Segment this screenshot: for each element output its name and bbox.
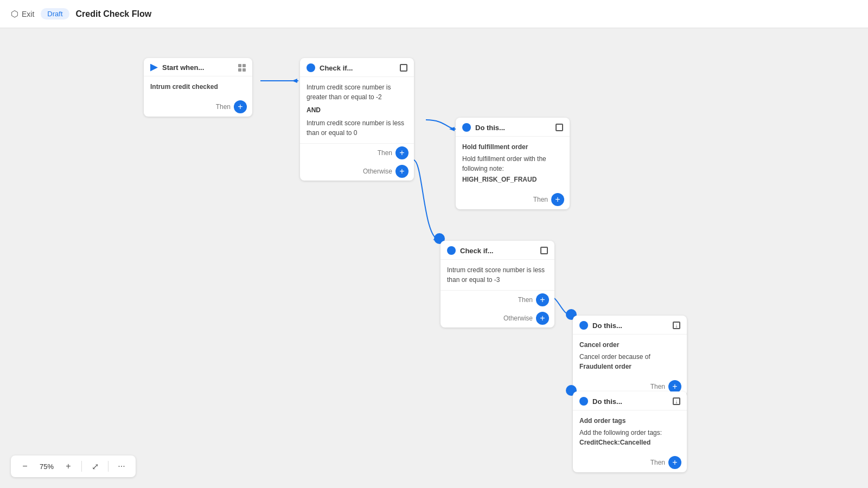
do-this-3-footer: Then + bbox=[573, 453, 687, 472]
check-if-2-header: Check if... bbox=[441, 241, 554, 260]
check-if-2-then-btn[interactable]: + bbox=[536, 293, 549, 306]
do-this-2-node: Do this... ↓ Cancel order Cancel order b… bbox=[573, 316, 687, 396]
do-this-1-then-label: Then bbox=[533, 196, 548, 203]
do-this-3-then-label: Then bbox=[650, 459, 665, 466]
start-then-label: Then bbox=[216, 103, 231, 111]
check-icon-1[interactable] bbox=[400, 64, 407, 72]
check-if-2-dot bbox=[447, 246, 456, 255]
header: ⬡ Exit Draft Credit Check Flow bbox=[0, 0, 868, 28]
check-if-2-body: Intrum credit score number is less than … bbox=[441, 260, 554, 290]
check-if-1-body: Intrum credit score number is greater th… bbox=[300, 77, 414, 143]
draft-badge: Draft bbox=[41, 8, 69, 20]
do-this-3-then-btn[interactable]: + bbox=[668, 456, 681, 469]
download-icon-1[interactable]: ↓ bbox=[673, 322, 680, 329]
zoom-in-button[interactable]: + bbox=[61, 459, 76, 474]
start-then-btn[interactable]: + bbox=[234, 100, 247, 113]
do-this-1-footer: Then + bbox=[456, 190, 570, 209]
check-icon-2[interactable] bbox=[540, 247, 548, 254]
play-icon bbox=[150, 64, 158, 72]
check-if-1-line2: Intrum credit score number is less than … bbox=[307, 118, 407, 138]
do-this-2-desc: Cancel order because of Fraudulent order bbox=[579, 352, 680, 371]
page-title: Credit Check Flow bbox=[76, 9, 152, 19]
check-if-1-line1: Intrum credit score number is greater th… bbox=[307, 82, 407, 102]
check-if-2-content: Intrum credit score number is less than … bbox=[447, 265, 548, 285]
fit-button[interactable]: ⤢ bbox=[87, 459, 103, 474]
toolbar-divider-1 bbox=[81, 461, 82, 472]
start-node-label: Start when... bbox=[162, 63, 204, 72]
do-this-3-title: Add order tags bbox=[579, 416, 680, 426]
grid-icon[interactable] bbox=[238, 64, 246, 72]
check-if-2-footer: Then + Otherwise + bbox=[441, 290, 554, 328]
do-this-1-label: Do this... bbox=[475, 124, 505, 132]
do-this-1-node: Do this... Hold fulfillment order Hold f… bbox=[456, 118, 570, 209]
check-if-1-header: Check if... bbox=[300, 58, 414, 77]
do-this-2-body: Cancel order Cancel order because of Fra… bbox=[573, 335, 687, 377]
do-this-3-header: Do this... ↓ bbox=[573, 391, 687, 410]
do-this-1-then-btn[interactable]: + bbox=[551, 193, 564, 206]
do-this-3-desc: Add the following order tags:CreditCheck… bbox=[579, 428, 680, 447]
do-this-2-title: Cancel order bbox=[579, 340, 680, 350]
download-icon-2[interactable]: ↓ bbox=[673, 397, 680, 405]
do-this-2-header: Do this... ↓ bbox=[573, 316, 687, 335]
check-if-2-then-label: Then bbox=[518, 296, 533, 304]
do-this-2-then-label: Then bbox=[650, 383, 665, 390]
start-node-footer: Then + bbox=[144, 97, 252, 117]
check-if-2-node: Check if... Intrum credit score number i… bbox=[441, 241, 554, 328]
do-this-1-header: Do this... bbox=[456, 118, 570, 137]
svg-marker-0 bbox=[292, 79, 297, 83]
flow-canvas: Start when... Intrum credit checked Then… bbox=[0, 28, 868, 488]
do-this-2-dot bbox=[579, 321, 588, 330]
check-if-1-then-label: Then bbox=[378, 149, 392, 157]
check-if-1-otherwise-btn[interactable]: + bbox=[395, 165, 409, 178]
zoom-level: 75% bbox=[37, 463, 56, 471]
square-icon-1[interactable] bbox=[556, 124, 563, 131]
do-this-3-label: Do this... bbox=[592, 397, 622, 406]
do-this-3-body: Add order tags Add the following order t… bbox=[573, 410, 687, 453]
svg-marker-1 bbox=[449, 127, 455, 131]
check-if-1-label: Check if... bbox=[320, 64, 353, 72]
zoom-toolbar: − 75% + ⤢ ··· bbox=[11, 455, 136, 477]
check-if-1-then-btn[interactable]: + bbox=[395, 146, 409, 159]
do-this-3-node: Do this... ↓ Add order tags Add the foll… bbox=[573, 391, 687, 472]
check-if-2-otherwise-btn[interactable]: + bbox=[536, 312, 549, 325]
exit-label: Exit bbox=[22, 10, 34, 18]
exit-button[interactable]: ⬡ Exit bbox=[11, 9, 34, 19]
do-this-1-desc: Hold fulfillment order with the followin… bbox=[462, 154, 563, 174]
do-this-3-dot bbox=[579, 397, 588, 406]
connections-svg bbox=[0, 28, 868, 488]
do-this-1-title: Hold fulfillment order bbox=[462, 142, 563, 152]
more-button[interactable]: ··· bbox=[114, 459, 129, 474]
check-if-1-footer: Then + Otherwise + bbox=[300, 143, 414, 181]
start-node-header: Start when... bbox=[144, 58, 252, 76]
do-this-1-dot bbox=[462, 123, 471, 132]
start-node-body: Intrum credit checked bbox=[144, 76, 252, 97]
check-if-2-otherwise-label: Otherwise bbox=[503, 314, 533, 322]
do-this-1-value: HIGH_RISK_OF_FRAUD bbox=[462, 175, 563, 184]
check-if-1-otherwise-label: Otherwise bbox=[363, 168, 392, 175]
check-if-2-label: Check if... bbox=[460, 247, 493, 255]
start-node-content: Intrum credit checked bbox=[150, 83, 218, 91]
zoom-out-button[interactable]: − bbox=[17, 459, 33, 474]
do-this-2-label: Do this... bbox=[592, 322, 622, 330]
do-this-1-body: Hold fulfillment order Hold fulfillment … bbox=[456, 137, 570, 190]
check-if-1-dot bbox=[307, 63, 315, 72]
toolbar-divider-2 bbox=[108, 461, 108, 472]
check-if-1-node: Check if... Intrum credit score number i… bbox=[300, 58, 414, 181]
start-node: Start when... Intrum credit checked Then… bbox=[144, 58, 252, 117]
check-if-1-and: AND bbox=[307, 106, 321, 114]
